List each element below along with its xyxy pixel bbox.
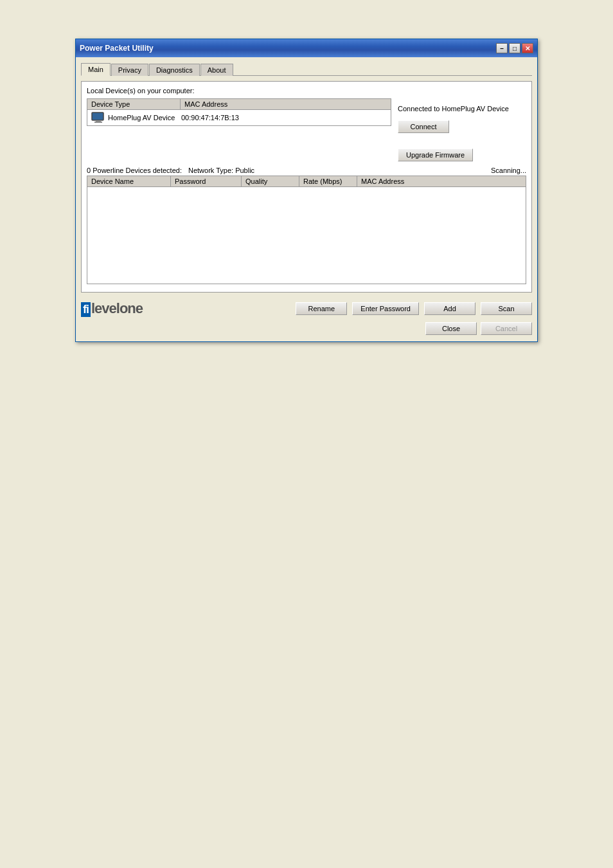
logo: filevelone bbox=[81, 300, 143, 317]
close-window-button[interactable]: ✕ bbox=[522, 43, 533, 53]
device-row[interactable]: HomePlug AV Device 00:90:47:14:7B:13 bbox=[87, 110, 391, 125]
bottom-toolbar: filevelone Rename Enter Password Add Sca… bbox=[81, 296, 532, 320]
logo-area: filevelone bbox=[81, 300, 143, 317]
minimize-button[interactable]: – bbox=[496, 43, 508, 53]
tab-bar: Main Privacy Diagnostics About bbox=[81, 62, 532, 76]
local-devices-label: Local Device(s) on your computer: bbox=[87, 87, 526, 95]
logo-icon: fi bbox=[81, 302, 91, 317]
col-mac-address: MAC Address bbox=[181, 99, 231, 109]
tab-privacy[interactable]: Privacy bbox=[111, 64, 148, 76]
local-devices-panel: Device Type MAC Address bbox=[87, 98, 391, 161]
device-type-label: HomePlug AV Device bbox=[108, 114, 175, 122]
application-window: Power Packet Utility – □ ✕ Main Privacy … bbox=[75, 39, 538, 342]
status-bar: 0 Powerline Devices detected: Network Ty… bbox=[87, 167, 526, 174]
connected-label: Connected to HomePlug AV Device bbox=[398, 105, 509, 113]
list-col-device-name: Device Name bbox=[87, 176, 171, 186]
devices-detected-label: 0 Powerline Devices detected: bbox=[87, 167, 182, 174]
monitor-icon bbox=[91, 112, 105, 123]
main-content: Local Device(s) on your computer: Device… bbox=[81, 81, 532, 293]
title-bar: Power Packet Utility – □ ✕ bbox=[76, 39, 537, 57]
right-panel: Connected to HomePlug AV Device Connect … bbox=[398, 98, 526, 161]
close-button[interactable]: Close bbox=[425, 322, 477, 335]
device-table: Device Type MAC Address bbox=[87, 98, 391, 126]
list-col-quality: Quality bbox=[242, 176, 299, 186]
rename-button[interactable]: Rename bbox=[296, 302, 347, 315]
col-device-type: Device Type bbox=[87, 99, 181, 109]
list-header: Device Name Password Quality Rate (Mbps)… bbox=[87, 176, 526, 187]
title-bar-controls: – □ ✕ bbox=[496, 43, 533, 53]
logo-text-main: levelone bbox=[91, 300, 143, 316]
device-table-header: Device Type MAC Address bbox=[87, 99, 391, 110]
top-section: Device Type MAC Address bbox=[87, 98, 526, 161]
svg-rect-2 bbox=[94, 122, 102, 123]
connect-button[interactable]: Connect bbox=[398, 120, 449, 133]
device-type-cell: HomePlug AV Device bbox=[89, 112, 179, 123]
upgrade-firmware-button[interactable]: Upgrade Firmware bbox=[398, 149, 473, 161]
list-col-password: Password bbox=[171, 176, 242, 186]
scanning-label: Scanning... bbox=[491, 167, 526, 174]
network-type-label: Network Type: Public bbox=[188, 167, 254, 174]
tab-main[interactable]: Main bbox=[81, 63, 111, 76]
list-col-rate: Rate (Mbps) bbox=[299, 176, 357, 186]
device-mac-cell: 00:90:47:14:7B:13 bbox=[179, 114, 389, 122]
footer-buttons: Close Cancel bbox=[81, 320, 532, 336]
title-bar-title: Power Packet Utility bbox=[80, 44, 154, 53]
device-list-table: Device Name Password Quality Rate (Mbps)… bbox=[87, 176, 526, 284]
tab-about[interactable]: About bbox=[200, 64, 233, 76]
window-body: Main Privacy Diagnostics About Local Dev… bbox=[76, 57, 537, 341]
window-title: Power Packet Utility bbox=[80, 44, 154, 53]
cancel-button[interactable]: Cancel bbox=[481, 322, 532, 335]
list-body bbox=[87, 187, 526, 284]
add-button[interactable]: Add bbox=[424, 302, 475, 315]
list-col-mac: MAC Address bbox=[357, 176, 526, 186]
tab-diagnostics[interactable]: Diagnostics bbox=[149, 64, 200, 76]
maximize-button[interactable]: □ bbox=[509, 43, 520, 53]
enter-password-button[interactable]: Enter Password bbox=[352, 302, 419, 315]
scan-button[interactable]: Scan bbox=[481, 302, 532, 315]
svg-rect-0 bbox=[92, 113, 103, 120]
svg-rect-1 bbox=[96, 120, 101, 122]
